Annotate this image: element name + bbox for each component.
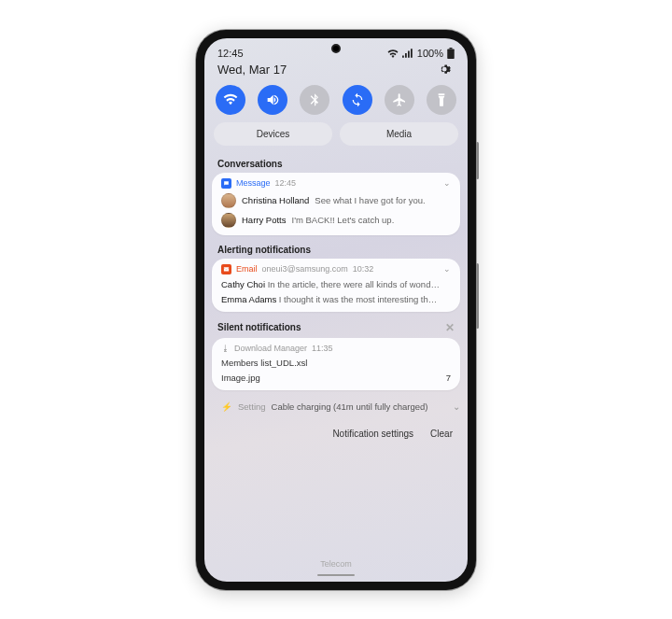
app-name: Download Manager	[234, 344, 307, 353]
preview: See what I have got for you.	[315, 195, 425, 205]
preview: I thought it was the most interesting th…	[279, 294, 438, 304]
qs-airplane[interactable]	[385, 85, 414, 115]
sound-icon	[265, 92, 280, 107]
side-button-top	[476, 142, 479, 179]
download-icon: ⭳	[221, 344, 230, 353]
chevron-down-icon[interactable]: ⌄	[453, 401, 460, 412]
pill-row: Devices Media	[204, 122, 468, 155]
charging-card[interactable]: ⚡ Setting Cable charging (41m until full…	[212, 396, 460, 417]
email-app-icon	[221, 264, 231, 274]
preview: In the article, there were all kinds of …	[268, 279, 440, 289]
footer-actions: Notification settings Clear	[204, 423, 468, 444]
download-item: Members list_UDL.xsl	[221, 358, 451, 368]
sender: Harry Potts	[242, 215, 287, 225]
qs-sound[interactable]	[258, 85, 287, 115]
date-label: Wed, Mar 17	[217, 63, 287, 77]
avatar	[221, 193, 236, 208]
quick-settings-row	[204, 85, 468, 122]
qs-flashlight[interactable]	[427, 85, 456, 115]
chevron-down-icon[interactable]: ⌄	[443, 264, 451, 274]
chevron-down-icon[interactable]: ⌄	[443, 178, 451, 188]
battery-percent: 100%	[417, 48, 443, 59]
account: oneui3@samsung.com	[262, 264, 348, 274]
airplane-icon	[392, 92, 407, 107]
front-camera	[331, 44, 341, 53]
signal-status-icon	[402, 49, 413, 58]
devices-button[interactable]: Devices	[214, 122, 332, 146]
home-indicator[interactable]	[317, 574, 355, 576]
qs-wifi[interactable]	[216, 85, 245, 115]
section-conversations: Conversations	[204, 155, 468, 173]
flashlight-icon	[434, 92, 449, 107]
qs-bluetooth[interactable]	[300, 85, 329, 115]
wifi-icon	[223, 92, 238, 107]
alert-card[interactable]: Email oneui3@samsung.com 10:32 ⌄ Cathy C…	[212, 259, 460, 312]
status-time: 12:45	[217, 48, 244, 59]
app-name: Setting	[238, 401, 266, 412]
app-name: Email	[236, 264, 258, 274]
panel-header: Wed, Mar 17	[204, 61, 468, 85]
conversation-item[interactable]: Harry Potts I'm BACK!! Let's catch up.	[221, 213, 451, 228]
email-item[interactable]: Cathy Choi In the article, there were al…	[221, 279, 451, 289]
notif-time: 12:45	[275, 178, 297, 188]
qs-rotate[interactable]	[343, 85, 372, 115]
phone-frame: 12:45 100% Wed, Mar 17 Devices Media Con…	[196, 30, 476, 590]
message-app-icon	[221, 178, 231, 189]
avatar	[221, 213, 236, 228]
svg-rect-1	[447, 49, 455, 59]
rotate-icon	[350, 92, 365, 107]
file-count: 7	[446, 373, 451, 383]
battery-icon	[447, 48, 455, 59]
file-name: Members list_UDL.xsl	[221, 358, 307, 368]
app-name: Message	[236, 178, 271, 188]
conversation-item[interactable]: Christina Holland See what I have got fo…	[221, 193, 451, 208]
sender: Emma Adams	[221, 294, 276, 304]
gear-icon[interactable]	[440, 63, 455, 77]
wifi-status-icon	[387, 49, 399, 58]
screen: 12:45 100% Wed, Mar 17 Devices Media Con…	[204, 38, 468, 582]
file-name: Image.jpg	[221, 373, 260, 383]
svg-rect-0	[450, 48, 453, 49]
clear-button[interactable]: Clear	[430, 429, 453, 439]
conversation-card[interactable]: Message 12:45 ⌄ Christina Holland See wh…	[212, 173, 460, 235]
sender: Christina Holland	[242, 195, 309, 205]
section-alerting: Alerting notifications	[204, 241, 468, 259]
media-button[interactable]: Media	[340, 122, 458, 146]
preview: I'm BACK!! Let's catch up.	[292, 215, 395, 225]
close-icon[interactable]: ✕	[445, 321, 455, 334]
carrier-label: Telecom	[204, 559, 468, 569]
notification-settings-button[interactable]: Notification settings	[332, 429, 413, 439]
notif-time: 10:32	[353, 264, 374, 274]
download-card[interactable]: ⭳ Download Manager 11:35 Members list_UD…	[212, 338, 460, 390]
bolt-icon: ⚡	[221, 401, 232, 412]
download-item: Image.jpg 7	[221, 373, 451, 383]
notif-time: 11:35	[312, 344, 333, 353]
bluetooth-icon	[307, 92, 322, 107]
sender: Cathy Choi	[221, 279, 265, 289]
section-silent: Silent notifications	[217, 322, 301, 332]
charging-text: Cable charging (41m until fully charged)	[272, 401, 428, 412]
side-button-bottom	[476, 263, 479, 329]
email-item[interactable]: Emma Adams I thought it was the most int…	[221, 294, 451, 304]
